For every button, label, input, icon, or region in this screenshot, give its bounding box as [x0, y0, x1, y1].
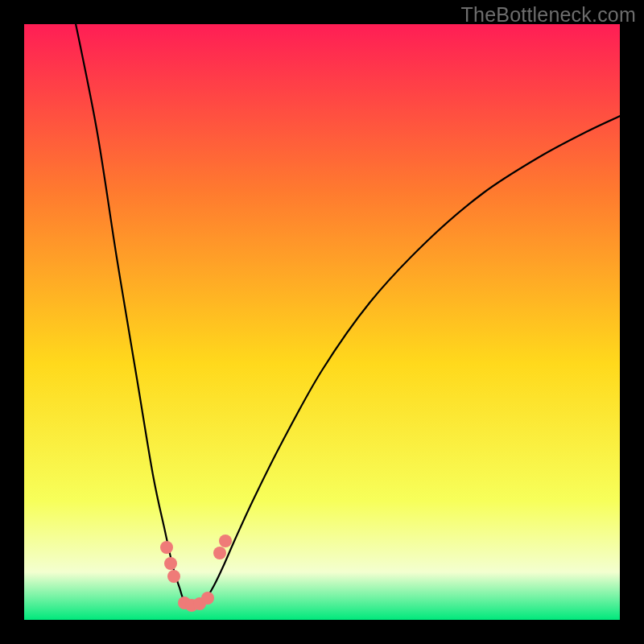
- plot-area: [24, 24, 620, 620]
- data-point-marker: [164, 557, 177, 570]
- bottleneck-curve-svg: [24, 24, 620, 620]
- data-point-marker: [219, 535, 232, 547]
- bottleneck-curve-path: [72, 24, 620, 606]
- data-point-marker: [167, 570, 180, 583]
- data-point-marker: [213, 547, 226, 559]
- data-markers-group: [160, 535, 232, 612]
- data-point-marker: [160, 541, 173, 554]
- data-point-marker: [201, 592, 214, 605]
- chart-frame: TheBottleneck.com: [0, 0, 644, 644]
- watermark-text: TheBottleneck.com: [461, 3, 636, 27]
